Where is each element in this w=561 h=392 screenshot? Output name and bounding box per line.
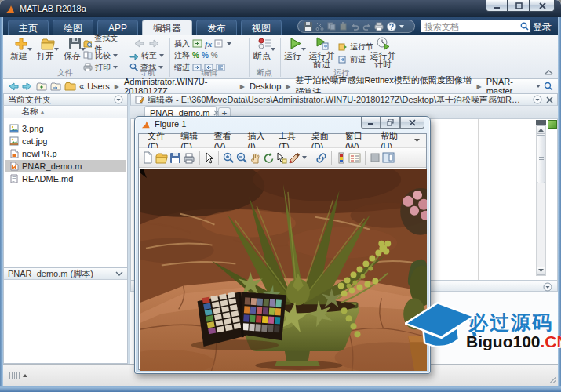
nav-back-icon[interactable] [8,82,19,91]
file-row-readme[interactable]: README.md [5,172,126,185]
menu-overflow-icon[interactable] [409,139,423,143]
scroll-up-icon[interactable] [537,125,545,134]
tab-view[interactable]: 视图 [241,20,282,35]
uncomment-icon[interactable]: % [202,51,209,60]
fig-print-icon[interactable] [183,152,195,164]
status-expand-icon[interactable] [23,374,27,377]
print-icon[interactable] [374,22,384,31]
zoom-in-icon[interactable] [223,152,235,164]
tab-plots[interactable]: 绘图 [53,20,93,35]
browse-folder-icon[interactable] [50,82,61,91]
details-collapse-icon[interactable] [115,271,123,277]
undo-icon[interactable] [351,22,359,31]
comment-row[interactable]: 注释%%% [174,50,218,60]
file-row-catjpg[interactable]: cat.jpg [5,135,126,147]
crumb-home[interactable]: « [79,82,84,91]
minimize-button[interactable] [486,0,508,12]
quick-access-toolbar [297,20,415,33]
forward-icon[interactable] [149,39,160,48]
panel-menu-icon[interactable] [114,95,123,104]
file-details-bar[interactable]: PNAR_demo.m (脚本) [4,267,127,280]
data-cursor-icon[interactable] [276,152,287,164]
fig-save-icon[interactable] [169,152,181,164]
run-time-button[interactable]: 运行并计时 [368,37,398,69]
brush-icon[interactable] [289,152,301,164]
run-advance-button[interactable]: 运行并前进 [307,37,337,69]
editor-close-icon[interactable] [546,96,553,103]
file-row-newprp[interactable]: newPR.p [5,147,126,160]
editor-title-icon [135,96,148,104]
scrollbar-thumb[interactable] [537,135,545,183]
pan-icon[interactable] [250,152,261,164]
tab-home[interactable]: 主页 [8,20,49,35]
close-button[interactable] [530,0,555,12]
search-icon[interactable] [520,22,529,31]
ribbon-section-file: 新建 打开 保存 查找文件 比较 打印 文件 [6,35,124,79]
figure-restore-button[interactable] [381,117,400,129]
figure-axes[interactable] [139,168,426,369]
login-button[interactable]: 登录 [533,20,552,34]
file-icon-md [9,174,19,183]
find-files-button[interactable]: 查找文件 [83,38,124,49]
cut-icon[interactable] [315,22,324,31]
qa-dropdown-icon[interactable] [399,25,404,28]
nav-forward-icon[interactable] [22,82,33,91]
tab-publish[interactable]: 发布 [196,20,237,35]
colorbar-icon[interactable] [336,152,347,164]
link-plot-icon[interactable] [315,152,327,164]
scroll-down-icon[interactable] [537,267,545,275]
compare-button[interactable]: 比较 [83,50,118,60]
redo-icon[interactable] [362,22,371,31]
breakpoints-button[interactable]: 断点 [251,37,278,60]
run-button[interactable]: 运行 [282,37,308,60]
fig-open-icon[interactable] [155,151,168,164]
code-analyzer-indicator[interactable] [548,120,557,129]
brush-dropdown-icon[interactable] [302,156,307,159]
editor-menu-icon[interactable] [533,95,542,104]
hide-plot-tools-icon[interactable] [370,152,381,163]
up-folder-icon[interactable] [36,82,47,91]
copy-icon[interactable] [327,22,336,31]
advance-button[interactable]: 前进 [338,54,366,64]
file-icon-jpg [9,136,19,146]
rotate-3d-icon[interactable] [263,152,275,164]
figure-window[interactable]: Figure 1 文件(F) 编辑(E) 查看(V) 插入(I) 工具(T) 桌… [134,116,431,374]
maximize-button[interactable] [508,0,530,12]
resize-grip[interactable] [549,377,556,383]
fx-icon[interactable]: fx [205,39,212,49]
strip-menu-icon[interactable] [543,282,552,292]
name-column-header[interactable]: 名称 ▴ [4,106,127,118]
figure-minimize-button[interactable] [361,117,381,129]
tab-editor[interactable]: 编辑器 [142,20,192,35]
file-row-pnar-demo[interactable]: PNAR_demo.m [5,160,126,172]
figure-close-button[interactable] [400,117,424,129]
address-search-icon[interactable] [544,82,553,91]
back-icon[interactable] [133,39,144,48]
crumb-users[interactable]: Users [87,82,110,91]
doc-search-input[interactable] [421,20,531,33]
edit-plot-icon[interactable] [204,152,214,164]
goto-button[interactable]: 转至 [129,50,164,60]
legend-icon[interactable] [348,152,361,164]
window-border-bottom [0,386,561,392]
status-grip-icon[interactable] [9,372,20,379]
paste-icon[interactable] [339,22,348,31]
file-row-3png[interactable]: 3.png [5,122,126,135]
ribbon-collapse-icon[interactable] [545,69,553,75]
new-button[interactable]: 新建 [8,37,35,60]
open-button[interactable]: 打开 [35,37,61,60]
zoom-out-icon[interactable] [236,152,248,164]
editor-scrollbar[interactable] [536,125,546,276]
doc-search [421,20,531,33]
fig-new-icon[interactable] [142,151,154,164]
address-dropdown-icon[interactable] [536,85,541,88]
show-plot-tools-icon[interactable] [382,152,395,163]
save-icon[interactable] [304,22,312,31]
help-icon[interactable] [387,22,396,31]
wrap-comment-icon[interactable]: % [211,51,218,60]
ribbon-tab-bar: 主页 绘图 APP 编辑器 发布 视图 登录 [3,17,558,35]
file-icon-mfile [9,162,19,171]
crumb-desktop[interactable]: Desktop [250,82,281,91]
comment-icon[interactable]: % [192,51,199,60]
insert-row[interactable]: 插入fx [174,38,231,49]
